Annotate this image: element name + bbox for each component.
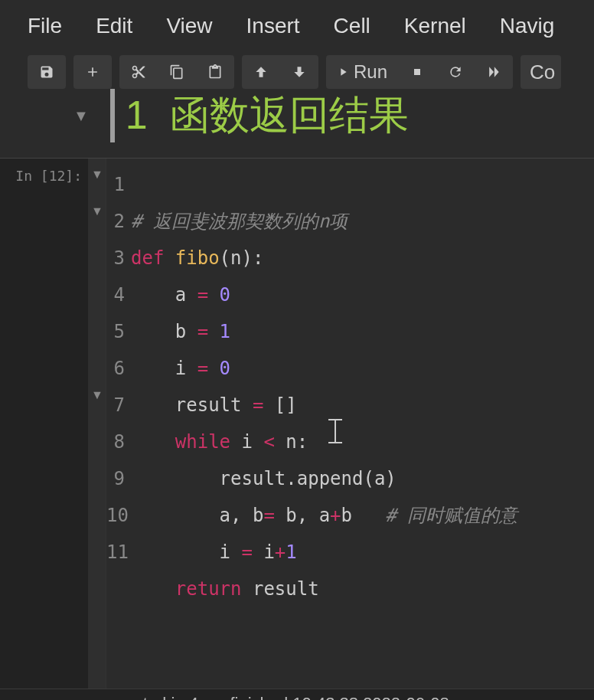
move-up-button[interactable] xyxy=(242,55,280,89)
cell-1-line-numbers: 1 2 3 4 5 6 7 8 9 10 11 xyxy=(106,159,128,689)
menu-edit[interactable]: Edit xyxy=(96,14,132,38)
celltype-label: Co xyxy=(530,61,555,84)
cell-1-code-editor[interactable]: # 返回斐波那契数列的n项 def fibo(n): a = 0 b = 1 i… xyxy=(128,159,594,689)
heading-title: 函数返回结果 xyxy=(170,93,409,137)
celltype-select[interactable]: Co xyxy=(521,55,561,89)
menu-file[interactable]: File xyxy=(28,14,62,38)
fold-arrow-icon[interactable]: ▼ xyxy=(91,388,103,402)
menubar: File Edit View Insert Cell Kernel Navig xyxy=(0,0,594,52)
copy-button[interactable] xyxy=(158,55,196,89)
save-button[interactable] xyxy=(28,55,66,89)
heading-row: ▼ 1 函数返回结果 xyxy=(0,89,594,142)
restart-button[interactable] xyxy=(436,55,475,89)
add-cell-button[interactable] xyxy=(73,55,112,89)
collapse-heading-icon[interactable]: ▼ xyxy=(73,107,89,125)
run-button[interactable]: Run xyxy=(326,55,398,89)
cut-button[interactable] xyxy=(119,55,158,89)
fold-arrow-icon[interactable]: ▼ xyxy=(91,168,103,182)
menu-cell[interactable]: Cell xyxy=(334,14,370,38)
menu-view[interactable]: View xyxy=(166,14,212,38)
paste-button[interactable] xyxy=(196,55,234,89)
stop-button[interactable] xyxy=(398,55,436,89)
menu-navigate[interactable]: Navig xyxy=(500,14,555,38)
heading-text: 1 函数返回结果 xyxy=(126,89,409,142)
move-down-button[interactable] xyxy=(280,55,318,89)
cell-1: In [12]: ▼ ▼ ▼ 1 2 3 4 5 6 7 8 9 10 11 #… xyxy=(0,158,594,700)
menu-kernel[interactable]: Kernel xyxy=(404,14,466,38)
menu-insert[interactable]: Insert xyxy=(246,14,300,38)
heading-number: 1 xyxy=(126,93,148,137)
cell-1-prompt: In [12]: xyxy=(0,159,88,689)
run-label: Run xyxy=(354,61,387,83)
cell-1-fold-gutter: ▼ ▼ ▼ xyxy=(88,159,106,689)
fold-arrow-icon[interactable]: ▼ xyxy=(91,204,103,218)
text-cursor-icon xyxy=(328,419,342,443)
restart-run-all-button[interactable] xyxy=(475,55,513,89)
cell-1-exec-info: executed in 4ms, finished 10:43:38 2022-… xyxy=(0,689,594,700)
heading-indicator-bar xyxy=(110,89,115,142)
